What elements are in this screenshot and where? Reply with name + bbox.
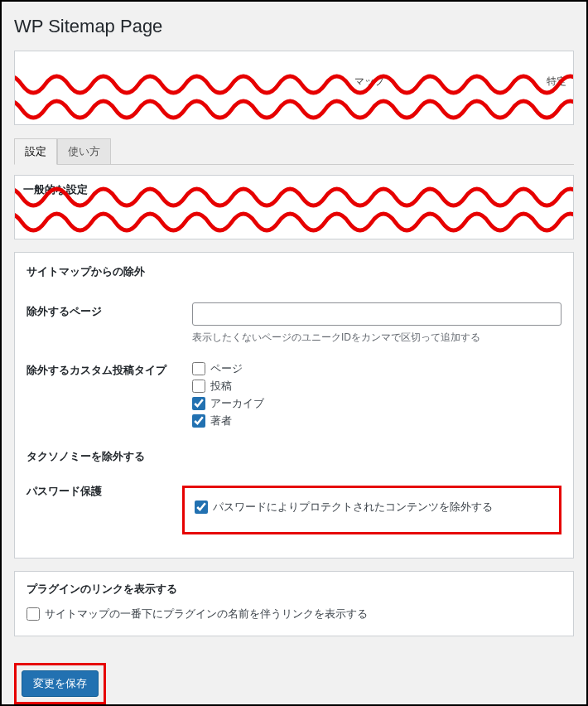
exclude-pages-label: 除外するページ bbox=[27, 294, 192, 353]
cpt-page-checkbox[interactable] bbox=[192, 362, 205, 375]
wavy-line-icon bbox=[14, 93, 574, 125]
cpt-author-checkbox[interactable] bbox=[192, 414, 205, 428]
general-settings-section: 一般的な設定 bbox=[14, 175, 574, 239]
highlight-box-submit: 変更を保存 bbox=[14, 663, 106, 704]
password-checkbox-label: パスワードによりプロテクトされたコンテンツを除外する bbox=[213, 500, 493, 515]
tab-howto[interactable]: 使い方 bbox=[57, 138, 111, 164]
save-button[interactable]: 変更を保存 bbox=[22, 670, 99, 697]
wavy-line-icon bbox=[14, 206, 574, 239]
tab-settings[interactable]: 設定 bbox=[14, 138, 57, 165]
cpt-post-checkbox[interactable] bbox=[192, 380, 205, 393]
cpt-archive-label: アーカイブ bbox=[210, 396, 264, 411]
exclusion-heading: サイトマップからの除外 bbox=[27, 264, 561, 279]
plugin-link-checkbox[interactable] bbox=[27, 607, 40, 621]
cpt-archive-checkbox[interactable] bbox=[192, 397, 205, 410]
exclude-pages-input[interactable] bbox=[192, 302, 561, 326]
omitted-section-top: マップ 特定 bbox=[14, 51, 574, 125]
tab-bar: 設定使い方 bbox=[14, 138, 574, 165]
cpt-page-label: ページ bbox=[210, 361, 243, 376]
exclude-pages-description: 表示したくないページのユニークIDをカンマで区切って追加する bbox=[192, 331, 561, 345]
plugin-link-section: プラグインのリンクを表示する サイトマップの一番下にプラグインの名前を伴うリンク… bbox=[14, 571, 574, 636]
password-checkbox[interactable] bbox=[195, 500, 208, 514]
exclude-taxonomy-label: タクソノミーを除外する bbox=[27, 439, 192, 474]
plugin-link-heading: プラグインのリンクを表示する bbox=[27, 582, 561, 597]
page-title: WP Sitemap Page bbox=[14, 8, 574, 41]
exclude-cpt-label: 除外するカスタム投稿タイプ bbox=[27, 353, 192, 439]
highlight-box-password: パスワードによりプロテクトされたコンテンツを除外する bbox=[182, 486, 561, 534]
password-protect-label: パスワード保護 bbox=[27, 474, 192, 543]
cpt-author-label: 著者 bbox=[210, 413, 232, 428]
exclusion-section: サイトマップからの除外 除外するページ 表示したくないページのユニークIDをカン… bbox=[14, 252, 574, 559]
plugin-link-label: サイトマップの一番下にプラグインの名前を伴うリンクを表示する bbox=[45, 607, 368, 621]
cpt-post-label: 投稿 bbox=[210, 379, 232, 394]
